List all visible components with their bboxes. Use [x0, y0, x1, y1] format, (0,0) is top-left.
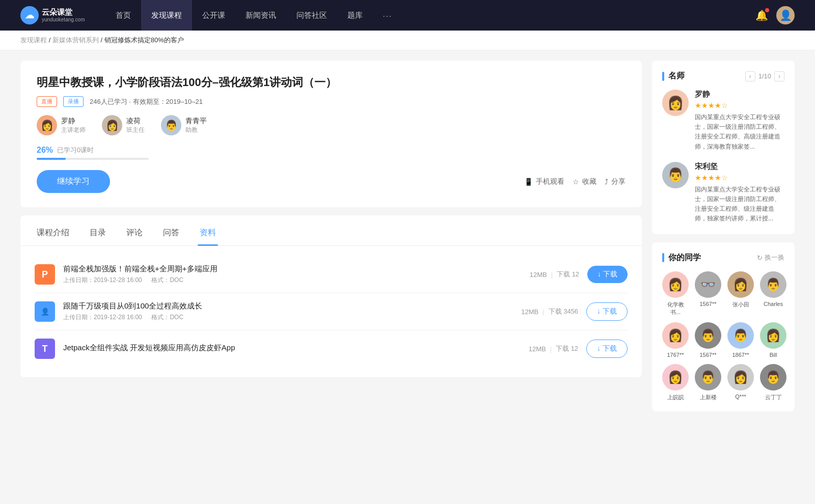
classmate-12[interactable]: 👨 云丁丁: [760, 364, 786, 401]
tabs-content: P 前端全栈加强版！前端全栈+全周期+多端应用 上传日期：2019-12-28 …: [20, 246, 642, 377]
classmate-avatar-3: 👩: [727, 271, 754, 298]
resource-icon-3: T: [35, 339, 55, 359]
progress-bar: [37, 158, 149, 160]
breadcrumb: 发现课程 / 新媒体营销系列 / 销冠修炼术搞定80%的客户: [0, 31, 815, 50]
classmate-10[interactable]: 👨 上新楼: [695, 364, 721, 401]
breadcrumb-link-discover[interactable]: 发现课程: [20, 36, 47, 44]
nav-discover[interactable]: 发现课程: [141, 0, 192, 31]
nav-home[interactable]: 首页: [105, 0, 141, 31]
progress-fill: [37, 158, 66, 160]
course-title: 明星中教授课，小学阶段语法100分–强化级第1讲动词（一）: [37, 75, 626, 90]
teacher-stars-1: ★★★★☆: [695, 101, 784, 109]
course-meta: 直播 录播 246人已学习 · 有效期至：2019–10–21: [37, 96, 626, 107]
classmate-avatar-7: 👨: [727, 322, 754, 349]
teacher-stars-2: ★★★★☆: [695, 174, 784, 182]
action-buttons: 📱 手机观看 ☆ 收藏 ⤴ 分享: [524, 177, 626, 186]
breadcrumb-current: 销冠修炼术搞定80%的客户: [104, 36, 184, 44]
user-avatar[interactable]: 👤: [776, 6, 795, 24]
teachers-sidebar-card: 名师 ‹ 1/10 › 👩 罗静 ★★★★☆ 国内某重点大学安全工程专业硕士，国…: [652, 61, 795, 234]
nav-items: 首页 发现课程 公开课 新闻资讯 问答社区 题库 ···: [105, 0, 755, 31]
resource-name-2: 跟随千万级项目从0到100全过程高效成长: [63, 301, 513, 311]
tab-qa[interactable]: 问答: [161, 223, 181, 245]
classmate-name-4: Charles: [764, 301, 783, 307]
logo[interactable]: ☁ 云朵课堂 yunduoketang.com: [20, 6, 85, 24]
sidebar-teacher-avatar-1: 👩: [662, 90, 689, 116]
resource-icon-1: P: [35, 264, 55, 285]
classmates-card: 你的同学 ↻ 换一换 👩 化学教书... 👓 1567** 👩 张小田: [652, 242, 795, 411]
classmate-8[interactable]: 👩 Bill: [760, 322, 786, 358]
classmate-avatar-2: 👓: [695, 271, 721, 298]
nav-news[interactable]: 新闻资讯: [235, 0, 286, 31]
resource-details-1: 前端全栈加强版！前端全栈+全周期+多端应用 上传日期：2019-12-28 16…: [63, 264, 522, 285]
nav-qa[interactable]: 问答社区: [286, 0, 337, 31]
classmate-name-3: 张小田: [732, 301, 749, 309]
teacher-3: 👨 青青平 助教: [161, 115, 207, 135]
notification-dot: [765, 8, 769, 12]
resource-sub-1: 上传日期：2019-12-28 16:00 格式：DOC: [63, 276, 522, 285]
classmate-name-6: 1567**: [699, 352, 716, 358]
teachers: 👩 罗静 主讲老师 👩 凌荷 班主任 👨 青青平: [37, 115, 626, 135]
teacher-2: 👩 凌荷 班主任: [102, 115, 145, 135]
tab-materials[interactable]: 资料: [198, 223, 218, 245]
pagination: ‹ 1/10 ›: [745, 71, 784, 81]
logo-icon: ☁: [20, 6, 39, 24]
mobile-view-button[interactable]: 📱 手机观看: [524, 177, 564, 186]
classmate-7[interactable]: 👨 1867**: [727, 322, 754, 358]
collect-button[interactable]: ☆ 收藏: [573, 177, 596, 186]
tabs-card: 课程介绍 目录 评论 问答 资料 P 前端全栈加强版！前端全栈+全周期+多端应用…: [20, 215, 642, 377]
classmate-avatar-8: 👩: [760, 322, 786, 349]
resource-sub-2: 上传日期：2019-12-28 16:00 格式：DOC: [63, 313, 513, 322]
tab-catalog[interactable]: 目录: [88, 223, 108, 245]
tabs-header: 课程介绍 目录 评论 问答 资料: [20, 215, 642, 246]
progress-text: 已学习0课时: [57, 146, 94, 155]
prev-page-button[interactable]: ‹: [745, 71, 755, 81]
classmate-name-12: 云丁丁: [765, 394, 782, 401]
download-button-2[interactable]: ↓ 下载: [586, 302, 628, 321]
progress-percent: 26%: [37, 146, 53, 155]
share-button[interactable]: ⤴ 分享: [605, 177, 626, 186]
sidebar-teacher-2: 👨 宋利坚 ★★★★☆ 国内某重点大学安全工程专业硕士，国家一级注册消防工程师、…: [662, 162, 784, 224]
nav-quiz[interactable]: 题库: [337, 0, 373, 31]
tab-intro[interactable]: 课程介绍: [35, 223, 71, 245]
classmate-name-5: 1767**: [667, 352, 684, 358]
classmates-grid: 👩 化学教书... 👓 1567** 👩 张小田 👨 Charles 👩: [662, 271, 784, 401]
progress-section: 26% 已学习0课时: [37, 146, 626, 160]
resource-name-3: Jetpack全组件实战 开发短视频应用高仿皮皮虾App: [63, 343, 521, 353]
resource-item-3: T Jetpack全组件实战 开发短视频应用高仿皮皮虾App 12MB | 下载…: [35, 330, 628, 367]
download-button-3[interactable]: ↓ 下载: [586, 340, 628, 358]
tab-review[interactable]: 评论: [124, 223, 145, 245]
nav-open-course[interactable]: 公开课: [192, 0, 235, 31]
resource-stats-3: 12MB | 下载 12: [529, 344, 578, 353]
notification-bell[interactable]: 🔔: [755, 9, 768, 21]
resource-stats-2: 12MB | 下载 3456: [521, 307, 578, 316]
classmate-3[interactable]: 👩 张小田: [727, 271, 754, 316]
nav-more[interactable]: ···: [373, 0, 403, 31]
sidebar: 名师 ‹ 1/10 › 👩 罗静 ★★★★☆ 国内某重点大学安全工程专业硕士，国…: [652, 61, 795, 411]
download-button-1[interactable]: ↓ 下载: [587, 266, 628, 283]
next-page-button[interactable]: ›: [774, 71, 784, 81]
teachers-sidebar-title: 名师: [662, 71, 685, 81]
teacher-avatar-1: 👩: [37, 115, 57, 135]
classmate-1[interactable]: 👩 化学教书...: [662, 271, 689, 316]
breadcrumb-link-series[interactable]: 新媒体营销系列: [52, 36, 99, 44]
content-area: 明星中教授课，小学阶段语法100分–强化级第1讲动词（一） 直播 录播 246人…: [20, 61, 642, 411]
classmate-11[interactable]: 👩 Q***: [727, 364, 754, 401]
navigation: ☁ 云朵课堂 yunduoketang.com 首页 发现课程 公开课 新闻资讯…: [0, 0, 815, 31]
classmate-name-9: 上皖皖: [667, 394, 684, 401]
classmate-9[interactable]: 👩 上皖皖: [662, 364, 689, 401]
classmate-5[interactable]: 👩 1767**: [662, 322, 689, 358]
teacher-1: 👩 罗静 主讲老师: [37, 115, 86, 135]
refresh-classmates-button[interactable]: ↻ 换一换: [757, 253, 784, 262]
classmate-avatar-11: 👩: [727, 364, 754, 390]
classmate-name-11: Q***: [735, 394, 746, 400]
classmate-4[interactable]: 👨 Charles: [760, 271, 786, 316]
classmate-2[interactable]: 👓 1567**: [695, 271, 721, 316]
continue-study-button[interactable]: 继续学习: [37, 170, 110, 193]
classmate-avatar-1: 👩: [662, 271, 689, 298]
resource-icon-2: 👤: [35, 301, 55, 322]
classmate-name-1: 化学教书...: [662, 301, 689, 316]
classmate-6[interactable]: 👨 1567**: [695, 322, 721, 358]
mobile-icon: 📱: [524, 178, 533, 186]
resource-name-1: 前端全栈加强版！前端全栈+全周期+多端应用: [63, 264, 522, 274]
classmate-name-10: 上新楼: [700, 394, 717, 401]
